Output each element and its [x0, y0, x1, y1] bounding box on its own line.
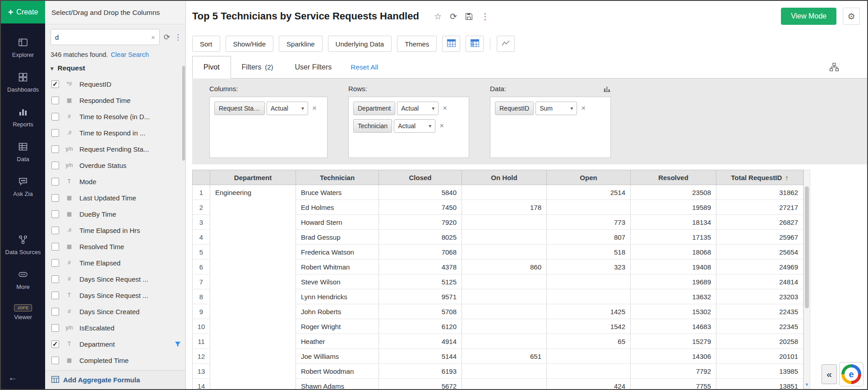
field-checkbox[interactable]: [51, 97, 59, 104]
tab-filters[interactable]: Filters(2): [231, 56, 284, 78]
table-row[interactable]: 7 Steve Wilson 5125 19689 24814: [192, 274, 867, 289]
field-checkbox[interactable]: [51, 292, 59, 299]
field-item[interactable]: ▦ Completed Time: [45, 352, 185, 368]
remove-chip-icon[interactable]: ×: [581, 104, 586, 113]
field-checkbox[interactable]: [51, 243, 59, 251]
table-scrollbar-thumb[interactable]: [805, 186, 809, 308]
search-input[interactable]: [55, 33, 151, 41]
tab-pivot[interactable]: Pivot: [192, 56, 231, 79]
chip-field-name[interactable]: RequestID: [495, 102, 534, 115]
field-checkbox[interactable]: [51, 210, 59, 218]
field-checkbox[interactable]: [51, 162, 59, 169]
sidebar-item-viewer[interactable]: JOFE Viewer: [1, 297, 45, 328]
column-header-technician[interactable]: Technician: [296, 170, 379, 185]
table-row[interactable]: 14 Shawn Adams 5672 424 7755 13851: [192, 379, 867, 389]
create-button[interactable]: + Create: [1, 1, 45, 23]
panel-scrollbar[interactable]: [181, 51, 185, 368]
columns-dropzone[interactable]: Request Stat... Actual▾ ×: [209, 97, 328, 158]
field-checkbox[interactable]: [51, 194, 59, 202]
save-icon[interactable]: [465, 13, 473, 20]
sidebar-item-data-sources[interactable]: Data Sources: [1, 228, 45, 263]
field-item[interactable]: .# Time Elapsed in Hrs: [45, 222, 185, 238]
pivot-view-button[interactable]: [466, 36, 484, 52]
field-checkbox[interactable]: [51, 178, 59, 186]
remove-chip-icon[interactable]: ×: [312, 104, 317, 113]
field-checkbox[interactable]: [51, 308, 59, 316]
table-row[interactable]: 8 Lynn Hendricks 9571 13632 23203: [192, 289, 867, 304]
brand-logo[interactable]: e: [839, 362, 863, 386]
filter-funnel-icon[interactable]: [175, 341, 181, 347]
tab-user-filters[interactable]: User Filters: [284, 56, 342, 78]
field-item[interactable]: ▦ Responded Time: [45, 92, 185, 108]
add-aggregate-formula-button[interactable]: Add Aggregate Formula: [45, 370, 185, 389]
refresh-fields-icon[interactable]: ⟳: [164, 32, 170, 42]
data-dropzone[interactable]: RequestID Sum▾ ×: [490, 97, 611, 158]
field-item[interactable]: T Department: [45, 336, 185, 352]
field-item[interactable]: y/n Overdue Status: [45, 157, 185, 173]
table-view-button[interactable]: [442, 36, 460, 52]
field-item[interactable]: # Time Elapsed: [45, 255, 185, 271]
sidebar-item-explorer[interactable]: Explorer: [1, 31, 45, 65]
column-header-resolved[interactable]: Resolved: [631, 170, 716, 185]
field-checkbox[interactable]: [51, 357, 59, 364]
chip-mode-select[interactable]: Actual▾: [397, 102, 439, 115]
field-item[interactable]: # Days Since Created: [45, 303, 185, 320]
clear-input-icon[interactable]: ×: [151, 33, 155, 41]
chip-field-name[interactable]: Department: [353, 102, 395, 115]
field-item[interactable]: y/n Request Pending Sta...: [45, 141, 185, 157]
field-checkbox[interactable]: [51, 227, 59, 234]
section-request[interactable]: ▾ Request: [45, 59, 185, 76]
settings-gear-button[interactable]: ⚙: [843, 8, 860, 25]
chip-aggregate-select[interactable]: Sum▾: [536, 102, 577, 115]
table-row[interactable]: 1 Engineering Bruce Waters 5840 2514 235…: [192, 185, 867, 200]
toolbar-button[interactable]: Themes: [397, 36, 437, 52]
field-item[interactable]: # Days Since Request ...: [45, 271, 185, 287]
view-mode-button[interactable]: View Mode: [781, 8, 836, 25]
column-header-closed[interactable]: Closed: [379, 170, 462, 185]
chip-mode-select[interactable]: Actual▾: [267, 102, 308, 115]
table-scrollbar[interactable]: ▼: [803, 170, 810, 389]
panel-kebab-icon[interactable]: ⋮: [174, 32, 182, 42]
column-header-open[interactable]: Open: [547, 170, 631, 185]
hierarchy-icon[interactable]: [829, 63, 839, 71]
sidebar-item-data[interactable]: Data: [1, 135, 45, 170]
column-header-total[interactable]: Total RequestID↑: [716, 170, 803, 185]
column-header-onhold[interactable]: On Hold: [462, 170, 547, 185]
kebab-menu-icon[interactable]: ⋮: [481, 11, 489, 22]
sidebar-item-more[interactable]: More: [1, 263, 45, 297]
table-row[interactable]: 3 Howard Stern 7920 773 18134 26827: [192, 215, 867, 230]
collapse-sidebar-button[interactable]: ←: [1, 367, 45, 389]
field-checkbox[interactable]: [51, 129, 59, 137]
field-item[interactable]: T Mode: [45, 173, 185, 190]
field-item[interactable]: *# RequestID: [45, 76, 185, 92]
chip-field-name[interactable]: Request Stat...: [214, 102, 265, 115]
row-chip[interactable]: Department Actual▾ ×: [353, 102, 447, 115]
field-checkbox[interactable]: [51, 259, 59, 267]
table-row[interactable]: 11 Heather 4914 65 15279 20258: [192, 334, 867, 349]
field-checkbox[interactable]: [51, 275, 59, 283]
table-row[interactable]: 5 Frederica Watson 7068 518 18068 25654: [192, 245, 867, 260]
toolbar-button[interactable]: Sort: [192, 36, 220, 52]
clear-search-link[interactable]: Clear Search: [111, 51, 149, 58]
data-bars-icon[interactable]: [603, 85, 611, 92]
reset-all-link[interactable]: Reset All: [351, 63, 378, 71]
remove-chip-icon[interactable]: ×: [443, 104, 447, 113]
row-chip[interactable]: Technician Actual▾ ×: [353, 119, 444, 133]
table-row[interactable]: 12 Joe Williams 5144 651 14306 20101: [192, 349, 867, 364]
field-item[interactable]: ▦ Resolved Time: [45, 238, 185, 255]
field-checkbox[interactable]: [51, 340, 59, 348]
field-item[interactable]: ▦ Last Updated Time: [45, 190, 185, 206]
table-row[interactable]: 6 Robert Whitman 4378 860 323 19408 2496…: [192, 260, 867, 274]
field-item[interactable]: ▦ DueBy Time: [45, 206, 185, 222]
table-row[interactable]: 10 Roger Wright 6120 1542 14683 22345: [192, 319, 867, 334]
field-checkbox[interactable]: [51, 80, 59, 88]
chip-field-name[interactable]: Technician: [353, 119, 392, 133]
toolbar-button[interactable]: Show/Hide: [226, 36, 274, 52]
favorite-star-icon[interactable]: ☆: [434, 11, 442, 22]
toolbar-button[interactable]: Sparkline: [279, 36, 323, 52]
remove-chip-icon[interactable]: ×: [439, 121, 444, 130]
refresh-report-icon[interactable]: ⟳: [450, 11, 457, 22]
data-chip[interactable]: RequestID Sum▾ ×: [495, 102, 586, 115]
column-header-department[interactable]: Department: [210, 170, 296, 185]
chip-mode-select[interactable]: Actual▾: [394, 119, 435, 133]
